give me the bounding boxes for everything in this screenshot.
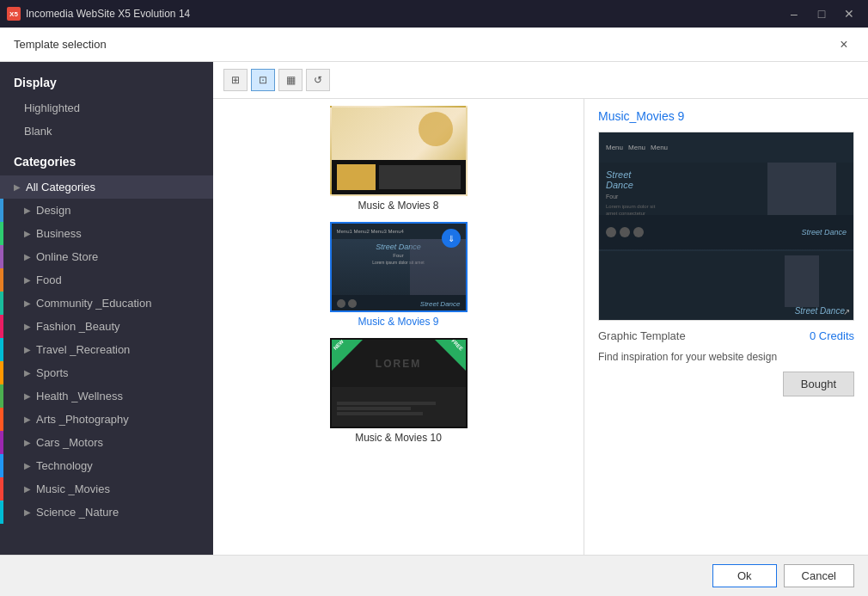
window-close-button[interactable]: ✕ <box>837 5 861 22</box>
dialog-header: Template selection × <box>0 28 868 58</box>
template-selection-dialog: Template selection × Display Highlighted… <box>0 28 868 58</box>
maximize-button[interactable]: □ <box>810 5 834 22</box>
app-title: Incomedia WebSite X5 Evolution 14 <box>26 8 190 20</box>
minimize-button[interactable]: – <box>782 5 806 22</box>
taskbar: X5 Incomedia WebSite X5 Evolution 14 – □… <box>0 0 868 28</box>
window-controls: – □ ✕ <box>782 5 861 22</box>
dialog-title: Template selection <box>14 38 107 51</box>
dialog-close-button[interactable]: × <box>834 34 854 55</box>
app-icon: X5 <box>7 7 21 21</box>
